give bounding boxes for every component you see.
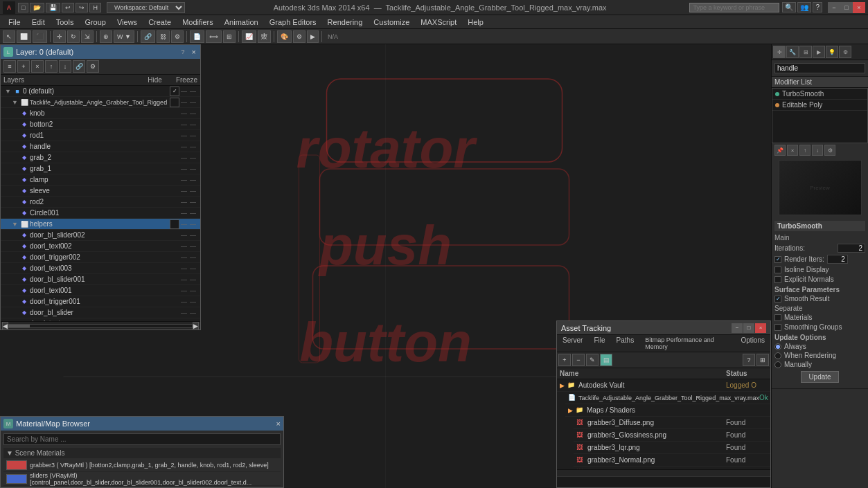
layer-row[interactable]: ◆ botton2 — —: [1, 119, 200, 130]
tb-render[interactable]: ▶: [307, 30, 319, 43]
tb-select-region[interactable]: ⬛: [33, 30, 47, 43]
material-search-input[interactable]: [3, 433, 281, 445]
menu-animation[interactable]: Animation: [219, 17, 264, 28]
layer-row[interactable]: ◆ handle — —: [1, 141, 200, 152]
explicit-normals-check[interactable]: [774, 276, 781, 283]
helpers-check[interactable]: [170, 219, 179, 229]
mod-icon-down[interactable]: ↓: [812, 145, 823, 156]
tb-coord[interactable]: W ▼: [114, 30, 134, 43]
maximize-btn[interactable]: □: [840, 2, 853, 13]
rp-tab-display[interactable]: 💡: [826, 46, 838, 58]
layers-tb-down[interactable]: ↓: [59, 60, 71, 73]
group-check[interactable]: [170, 98, 179, 107]
at-tb-4[interactable]: ▤: [600, 354, 612, 366]
rp-tab-modify[interactable]: 🔧: [786, 46, 799, 58]
at-close-btn[interactable]: ×: [755, 323, 766, 333]
at-row[interactable]: ▶ 📁 Autodesk Vault Logged O: [557, 379, 770, 392]
render-iters-check[interactable]: [774, 256, 781, 263]
tb-select-by[interactable]: ⬜: [17, 30, 31, 43]
scroll-left-btn[interactable]: ◀: [2, 322, 8, 330]
at-scrollbar[interactable]: [557, 469, 770, 476]
object-name-input[interactable]: [774, 63, 865, 73]
tb-schematic[interactable]: 🕸: [258, 30, 271, 43]
redo-button[interactable]: ↪: [76, 3, 88, 12]
at-tb-1[interactable]: +: [558, 354, 571, 366]
layer-row[interactable]: ◆ door_bl_slider001 — —: [1, 274, 200, 285]
at-tb-2[interactable]: −: [572, 354, 585, 366]
when-rendering-radio[interactable]: [774, 352, 781, 359]
rp-tab-motion[interactable]: ▶: [813, 46, 825, 58]
manually-radio[interactable]: [774, 361, 781, 368]
at-row[interactable]: ▶ 📁 Maps / Shaders: [565, 404, 770, 417]
tb-mirror[interactable]: ⟺: [206, 30, 222, 43]
iterations-input[interactable]: [838, 244, 865, 253]
rp-tab-create[interactable]: ✛: [773, 46, 786, 58]
mod-icon-pin[interactable]: 📌: [774, 145, 786, 156]
at-menu-options[interactable]: Options: [736, 335, 770, 352]
layer-row[interactable]: ◆ doorl_trigger001 — —: [1, 296, 200, 307]
menu-views[interactable]: Views: [112, 17, 143, 28]
modifier-editable-poly[interactable]: Editable Poly: [772, 100, 867, 111]
material-browser-close[interactable]: ×: [276, 419, 281, 428]
layers-panel-close[interactable]: ×: [191, 48, 197, 56]
layers-help-icon[interactable]: ?: [181, 48, 185, 55]
rp-tab-hierarchy[interactable]: ⊞: [799, 46, 812, 58]
isoline-check[interactable]: [774, 266, 781, 273]
tb-align[interactable]: ⊞: [223, 30, 236, 43]
close-btn[interactable]: ×: [853, 2, 865, 13]
minimize-btn[interactable]: −: [828, 2, 840, 13]
layer-row[interactable]: ◆ door_bl_slider — —: [1, 307, 200, 318]
layer-row[interactable]: ▼ ⬜ Tacklife_Adjustable_Angle_Grabber_To…: [1, 97, 200, 108]
layers-tb-settings[interactable]: ⚙: [87, 60, 99, 73]
mod-icon-up[interactable]: ↑: [799, 145, 811, 156]
scroll-track[interactable]: [8, 324, 193, 328]
layer-row[interactable]: ◆ knob — —: [1, 108, 200, 119]
material-row[interactable]: grabber3 ( VRayMtl ) [botton2,clamp,grab…: [3, 458, 281, 472]
layer-row[interactable]: ◆ door_bl_slider002 — —: [1, 230, 200, 241]
rp-tab-utilities[interactable]: ⚙: [839, 46, 851, 58]
at-maximize-btn[interactable]: □: [743, 323, 754, 333]
layers-tb-add[interactable]: +: [17, 60, 30, 73]
layer-row[interactable]: ◆ doorl_text — —: [1, 318, 200, 321]
new-button[interactable]: □: [18, 3, 28, 12]
at-row[interactable]: 🖼 grabber3_Reflection.png Found: [574, 467, 770, 469]
menu-help[interactable]: Help: [462, 17, 489, 28]
render-iters-input[interactable]: [827, 255, 848, 264]
layer-row[interactable]: ◆ rod1 — —: [1, 130, 200, 141]
help-icon-btn[interactable]: ?: [813, 2, 822, 12]
at-tb-5[interactable]: ?: [743, 354, 755, 366]
layer-expand-icon[interactable]: ▼: [5, 88, 12, 95]
tb-select[interactable]: ↖: [3, 30, 15, 43]
helpers-expand-icon[interactable]: ▼: [12, 221, 19, 228]
smoothing-groups-check[interactable]: [774, 324, 781, 331]
menu-maxscript[interactable]: MAXScript: [415, 17, 462, 28]
layer-row[interactable]: ◆ Circle001 — —: [1, 208, 200, 219]
at-row[interactable]: 🖼 grabber3_lqr.png Found: [574, 442, 770, 454]
layer-check[interactable]: ✓: [170, 87, 179, 96]
scroll-right-btn[interactable]: ▶: [193, 322, 199, 330]
menu-modifiers[interactable]: Modifiers: [177, 17, 219, 28]
layers-tb-link[interactable]: 🔗: [73, 60, 85, 73]
workspace-selector[interactable]: Workspace: Default: [107, 2, 185, 13]
at-row[interactable]: 🖼 grabber3_Normal.png Found: [574, 454, 770, 467]
undo-button[interactable]: ↩: [62, 3, 74, 12]
at-menu-paths[interactable]: Paths: [611, 335, 640, 352]
menu-customize[interactable]: Customize: [368, 17, 415, 28]
mod-icon-delete[interactable]: ×: [787, 145, 798, 156]
update-button[interactable]: Update: [801, 371, 838, 383]
layer-row[interactable]: ◆ doorl_trigger002 — —: [1, 252, 200, 263]
at-row[interactable]: 🖼 grabber3_Diffuse.png Found: [574, 417, 770, 429]
layer-row[interactable]: ◆ doorl_text002 — —: [1, 241, 200, 252]
layer-row[interactable]: ◆ grab_1 — —: [1, 163, 200, 174]
hold-button[interactable]: H: [89, 3, 101, 12]
layer-row[interactable]: ◆ grab_2 — —: [1, 152, 200, 163]
at-row[interactable]: 🖼 grabber3_Glossiness.png Found: [574, 429, 770, 442]
modifier-turbosmooth[interactable]: TurboSmooth: [772, 89, 867, 100]
material-row[interactable]: sliders (VRayMtl) [control_panel,door_bl…: [3, 472, 281, 486]
at-row[interactable]: 📄 Tacklife_Adjustable_Angle_Grabber_Tool…: [565, 392, 770, 404]
tb-unlink[interactable]: ⛓: [157, 30, 170, 43]
menu-graph-editors[interactable]: Graph Editors: [264, 17, 322, 28]
layer-row[interactable]: ◆ doorl_text003 — —: [1, 263, 200, 274]
layers-tb-up[interactable]: ↑: [45, 60, 57, 73]
tb-pivot[interactable]: ⊕: [100, 30, 112, 43]
